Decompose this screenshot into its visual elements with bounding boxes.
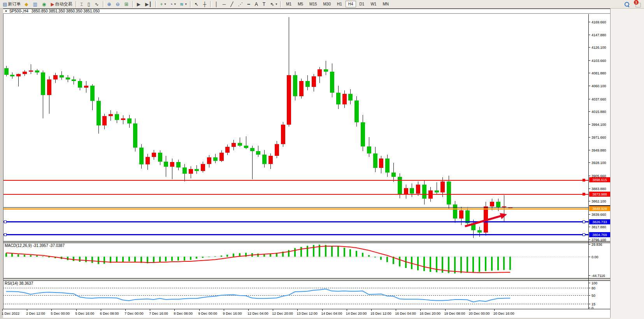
candle-up (201, 164, 205, 171)
candle-down (133, 123, 137, 147)
price-tick-label: 3994.100 (591, 123, 606, 127)
candle-up (146, 157, 150, 164)
line-handle[interactable] (583, 193, 585, 196)
candle-up (219, 153, 224, 161)
candle-up (225, 147, 230, 153)
candle-down (4, 68, 9, 74)
candle-up (440, 182, 445, 192)
candle-down (336, 93, 340, 104)
candle-down (410, 188, 414, 193)
candle-up (23, 72, 27, 74)
candle-down (477, 230, 482, 233)
macd-scale-label: -44.7116 (591, 274, 605, 278)
time-tick-label: 16 Dec 04:00 (395, 312, 416, 315)
rsi-scale-label: 80 (591, 286, 595, 290)
time-tick-label: 8 Dec 08:00 (174, 312, 193, 315)
macd-label: MACD(12,26,9) -31.3957 -37.0387 (5, 243, 65, 248)
candle-down (164, 162, 168, 167)
candle-up (84, 86, 88, 87)
candle-down (262, 155, 267, 164)
mt4-application-window: ▤新订单◆▥◉▶自动交易⌶▯∿⊕⊖⊞▶▶┃+▾◔▾≋▾↖┼│─╱⋰┅AT⇖▾M1… (0, 0, 644, 319)
price-tick-label: 4060.100 (591, 84, 606, 88)
time-tick-label: 2 Dec 12:00 (26, 312, 45, 315)
candle-down (176, 162, 181, 167)
price-tick-label: 4103.660 (591, 59, 606, 63)
rsi-scale-label: 15 (591, 302, 595, 306)
time-tick-label: 20 Dec 16:00 (493, 312, 514, 315)
candle-up (404, 188, 408, 194)
time-tick-label: 14 Dec 20:00 (346, 312, 367, 315)
rsi-scale-label: 50 (591, 294, 595, 298)
candle-down (182, 167, 187, 174)
price-tick-label: 3949.880 (591, 148, 606, 152)
candle-up (490, 202, 494, 206)
candle-down (213, 157, 218, 161)
candle-down (10, 75, 14, 76)
candle-down (385, 159, 390, 173)
candle-up (459, 210, 463, 219)
candle-down (244, 146, 248, 148)
rsi-scale-label: 0 (591, 306, 593, 310)
candle-down (238, 143, 242, 146)
candle-up (102, 116, 107, 125)
candle-down (453, 204, 457, 219)
time-tick-label: 5 Dec 00:00 (51, 312, 70, 315)
candle-up (109, 114, 113, 116)
line-handle[interactable] (583, 179, 585, 182)
time-tick-label: 15 Dec 12:00 (370, 312, 391, 315)
line-handle[interactable] (583, 234, 585, 236)
time-tick-label: 7 Dec 16:00 (149, 312, 168, 315)
line-handle[interactable] (4, 234, 6, 236)
time-tick-label: 13 Dec 12:00 (297, 312, 318, 315)
price-tick-label: 4081.880 (591, 71, 606, 75)
price-tick-label: 4126.100 (591, 46, 606, 49)
candle-down (447, 182, 451, 205)
candle-down (41, 72, 45, 95)
candle-up (287, 75, 291, 125)
candle-down (330, 72, 334, 93)
candle-down (97, 101, 101, 125)
macd-scale-label: 29.836 (591, 243, 602, 247)
candle-down (373, 153, 377, 168)
candle-up (416, 185, 420, 193)
candle-down (256, 151, 260, 155)
candle-down (367, 146, 371, 153)
time-tick-label: 6 Dec 08:00 (100, 312, 119, 315)
candle-up (318, 69, 322, 76)
candle-down (127, 118, 132, 123)
price-tick-label: 3971.660 (591, 136, 606, 139)
chart-canvas[interactable]: MACD(12,26,9) -31.3957 -37.0387RSI(14) 3… (0, 0, 644, 319)
line-handle[interactable] (583, 221, 585, 223)
candle-up (189, 169, 193, 174)
candle-down (250, 148, 254, 151)
price-tick-label: 4015.880 (591, 110, 606, 114)
candle-down (60, 75, 64, 78)
macd-scale-label: 0.00 (591, 255, 598, 259)
price-badge-text: 3804.769 (592, 233, 607, 237)
price-badge-text: 3848.929 (592, 207, 607, 211)
time-tick-label: 9 Dec 00:00 (198, 312, 218, 315)
line-handle[interactable] (4, 221, 6, 223)
candle-down (78, 81, 82, 87)
candle-down (361, 122, 365, 146)
candle-down (435, 190, 439, 192)
price-tick-label: 3796.100 (591, 238, 606, 242)
time-tick-label: 1 Dec 2022 (2, 312, 19, 315)
price-tick-label: 3905.660 (591, 174, 606, 178)
time-tick-label: 7 Dec 00:00 (125, 312, 144, 315)
candle-down (391, 173, 396, 176)
candle-down (324, 69, 328, 72)
candle-up (342, 94, 347, 104)
candle-up (152, 153, 156, 157)
candle-up (29, 70, 33, 72)
candle-up (170, 162, 174, 167)
time-tick-label: 12 Dec 04:00 (247, 312, 268, 315)
candle-up (47, 79, 51, 95)
price-badge-text: 3898.615 (592, 178, 607, 182)
candle-down (158, 153, 162, 161)
candle-up (281, 125, 285, 144)
price-tick-label: 3817.880 (591, 225, 606, 229)
time-tick-label: 16 Dec 20:00 (419, 312, 440, 315)
candle-down (348, 94, 353, 100)
candle-down (398, 177, 402, 195)
